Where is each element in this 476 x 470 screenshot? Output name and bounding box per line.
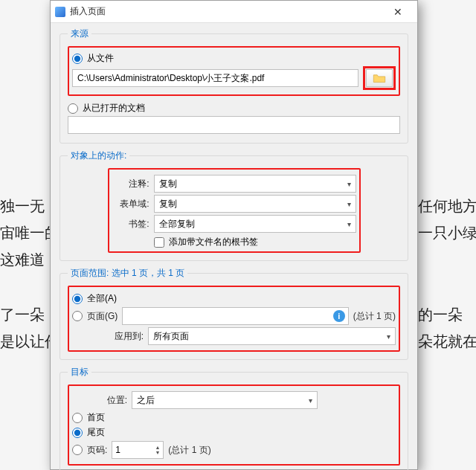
page-number-spinner[interactable]: 1 ▲▼ bbox=[112, 441, 164, 459]
bg-text: 的一朵 bbox=[418, 305, 463, 325]
browse-highlight bbox=[363, 66, 396, 90]
page-range-input[interactable]: i bbox=[122, 307, 348, 325]
pages-label: 页面(G) bbox=[87, 310, 118, 323]
window-title: 插入页面 bbox=[70, 5, 379, 18]
radio-page-number[interactable] bbox=[72, 445, 83, 455]
actions-legend: 对象上的动作: bbox=[68, 149, 129, 162]
root-bookmark-label: 添加带文件名的根书签 bbox=[169, 236, 258, 248]
radio-page-range[interactable] bbox=[72, 311, 83, 321]
from-file-label: 从文件 bbox=[87, 52, 114, 65]
range-group: 页面范围: 选中 1 页，共 1 页 全部(A) 页面(G) i (总计 1 页… bbox=[60, 267, 408, 360]
insert-pages-dialog: 插入页面 ✕ 来源 从文件 bbox=[50, 0, 418, 470]
open-doc-input[interactable] bbox=[68, 116, 400, 134]
titlebar: 插入页面 ✕ bbox=[51, 1, 417, 23]
info-icon: i bbox=[333, 310, 345, 322]
bookmark-value: 全部复制 bbox=[159, 218, 195, 231]
position-label: 位置: bbox=[90, 394, 127, 407]
bg-text: 一只小绿 bbox=[418, 223, 476, 243]
last-page-label: 尾页 bbox=[87, 426, 105, 439]
page-number-value: 1 bbox=[115, 445, 120, 455]
from-open-label: 从已打开的文档 bbox=[83, 102, 145, 115]
dest-group: 目标 位置: 之后 ▾ 首页 尾页 bbox=[60, 366, 408, 470]
source-highlight: 从文件 bbox=[68, 46, 400, 96]
total-pages-2: (总计 1 页) bbox=[168, 444, 210, 457]
chevron-down-icon: ▾ bbox=[347, 180, 351, 188]
bookmark-label: 书签: bbox=[112, 218, 149, 231]
first-page-label: 首页 bbox=[87, 411, 105, 424]
source-group: 来源 从文件 bbox=[60, 28, 408, 144]
radio-from-open[interactable] bbox=[68, 103, 78, 114]
radio-first-page[interactable] bbox=[72, 413, 83, 423]
radio-last-page[interactable] bbox=[72, 428, 83, 438]
browse-button[interactable] bbox=[366, 69, 393, 87]
range-legend: 页面范围: 选中 1 页，共 1 页 bbox=[68, 267, 187, 280]
total-pages-1: (总计 1 页) bbox=[353, 310, 396, 323]
bg-text: 了一朵 bbox=[0, 305, 45, 325]
form-label: 表单域: bbox=[112, 198, 149, 210]
bg-text: 任何地方 bbox=[418, 196, 476, 216]
close-button[interactable]: ✕ bbox=[383, 3, 413, 21]
root-bookmark-checkbox[interactable] bbox=[154, 237, 164, 248]
bg-text: 这难道 bbox=[0, 250, 45, 270]
annot-value: 复制 bbox=[159, 178, 177, 190]
spinner-arrows: ▲▼ bbox=[155, 445, 160, 455]
dest-legend: 目标 bbox=[68, 366, 91, 379]
radio-all-pages[interactable] bbox=[72, 294, 83, 304]
radio-from-file[interactable] bbox=[72, 54, 83, 64]
annot-label: 注释: bbox=[112, 178, 149, 190]
apply-to-combo[interactable]: 所有页面 ▾ bbox=[148, 327, 396, 345]
bookmark-combo[interactable]: 全部复制 ▾ bbox=[154, 215, 356, 233]
range-highlight: 全部(A) 页面(G) i (总计 1 页) 应用到: 所有页面 ▾ bbox=[68, 286, 400, 352]
actions-group: 对象上的动作: 注释: 复制 ▾ 表单域: 复制 ▾ bbox=[60, 149, 408, 261]
chevron-down-icon: ▾ bbox=[347, 200, 351, 208]
form-combo[interactable]: 复制 ▾ bbox=[154, 195, 356, 213]
dest-highlight: 位置: 之后 ▾ 首页 尾页 页码: bbox=[68, 384, 400, 466]
position-combo[interactable]: 之后 ▾ bbox=[132, 391, 318, 409]
chevron-down-icon: ▾ bbox=[309, 396, 312, 405]
bg-text: 独一无 bbox=[0, 196, 45, 216]
chevron-down-icon: ▾ bbox=[347, 220, 351, 228]
app-icon bbox=[55, 7, 65, 17]
position-value: 之后 bbox=[137, 394, 155, 407]
file-path-input[interactable] bbox=[72, 69, 358, 87]
apply-to-value: 所有页面 bbox=[153, 330, 189, 343]
source-legend: 来源 bbox=[68, 28, 91, 40]
folder-icon bbox=[373, 73, 386, 83]
page-number-label: 页码: bbox=[87, 444, 107, 457]
actions-highlight: 注释: 复制 ▾ 表单域: 复制 ▾ 书签: 全部复制 bbox=[108, 168, 361, 253]
apply-to-label: 应用到: bbox=[89, 330, 144, 343]
annot-combo[interactable]: 复制 ▾ bbox=[154, 175, 356, 193]
bg-text: 朵花就在基 bbox=[418, 332, 476, 352]
all-pages-label: 全部(A) bbox=[87, 292, 117, 305]
form-value: 复制 bbox=[159, 198, 177, 210]
chevron-down-icon: ▾ bbox=[387, 332, 390, 341]
